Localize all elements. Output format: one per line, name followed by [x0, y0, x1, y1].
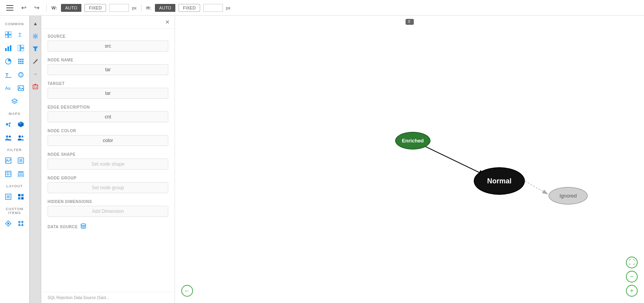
svg-rect-72	[33, 85, 38, 89]
svg-rect-3	[5, 31, 8, 34]
cube-icon[interactable]	[15, 119, 26, 130]
svg-rect-52	[18, 174, 24, 175]
grid-small-icon[interactable]	[15, 56, 26, 67]
people2-icon[interactable]	[15, 132, 26, 143]
sidebar-row: T	[0, 68, 29, 81]
canvas-handle[interactable]: ⠿	[405, 19, 414, 25]
svg-marker-30	[12, 99, 17, 102]
svg-rect-47	[6, 171, 11, 177]
undo-button[interactable]: ↩	[19, 2, 29, 13]
w-value-input[interactable]	[109, 4, 129, 12]
image-icon[interactable]	[15, 83, 26, 94]
canvas-area[interactable]: ⠿ Enriched Normal	[175, 16, 644, 303]
divider2	[141, 4, 142, 12]
node-enriched[interactable]: Enriched	[395, 132, 431, 150]
tool-arrow-btn[interactable]: →	[31, 69, 40, 79]
add-dimension-btn[interactable]: Add Dimension	[48, 206, 168, 217]
tool-wrench-btn[interactable]	[31, 57, 40, 66]
svg-rect-4	[9, 31, 11, 34]
layers-icon[interactable]	[9, 96, 20, 107]
filter-img-icon[interactable]	[3, 155, 14, 166]
font-icon[interactable]: Aa	[3, 83, 14, 94]
node-shape-label: NODE SHAPE	[48, 152, 168, 157]
svg-point-26	[18, 72, 23, 77]
h-px-label: px	[226, 6, 231, 10]
sigma-icon[interactable]: Σ	[15, 29, 26, 40]
h-value-input[interactable]	[203, 4, 223, 12]
section-common: COMMON	[0, 22, 29, 26]
canvas-back-btn[interactable]: ←	[181, 285, 193, 297]
svg-point-40	[9, 136, 11, 138]
w-fixed-btn[interactable]: FIXED	[85, 4, 106, 12]
tool-settings-btn[interactable]	[31, 31, 40, 41]
w-auto-btn[interactable]: AUTO	[61, 4, 81, 12]
edge-desc-label: EDGE DESCRIPTION	[48, 105, 168, 109]
people-icon[interactable]	[3, 132, 14, 143]
svg-point-41	[18, 135, 21, 138]
node-name-group: NODE NAME	[48, 58, 168, 75]
svg-rect-57	[21, 194, 24, 196]
svg-line-81	[525, 181, 548, 194]
node-ignored-label: Ignored	[559, 193, 577, 199]
panel-close-btn[interactable]: ✕	[165, 19, 170, 25]
custom1-icon[interactable]	[3, 218, 14, 229]
divider1	[46, 4, 47, 12]
svg-point-19	[20, 61, 22, 62]
edge-desc-input[interactable]	[48, 111, 168, 122]
zoom-out-btn[interactable]: −	[626, 271, 638, 283]
pie-chart-icon[interactable]	[3, 56, 14, 67]
filter-table2-icon[interactable]	[15, 168, 26, 179]
svg-rect-46	[19, 159, 22, 162]
panel: ✕ SOURCE NODE NAME TARGET	[41, 16, 175, 303]
svg-rect-11	[18, 45, 20, 51]
h-auto-btn[interactable]: AUTO	[155, 4, 175, 12]
bar-chart-icon[interactable]	[3, 42, 14, 54]
node-normal[interactable]: Normal	[474, 167, 525, 195]
filter-box-icon[interactable]	[15, 155, 26, 166]
filter-table-icon[interactable]	[3, 168, 14, 179]
left-sidebar: COMMON Σ T	[0, 16, 29, 303]
svg-rect-59	[21, 197, 24, 200]
svg-text:Σ: Σ	[18, 32, 22, 38]
w-px-label: px	[132, 6, 137, 10]
zoom-in-btn[interactable]: +	[626, 285, 638, 297]
node-name-input[interactable]	[48, 64, 168, 75]
tool-filter-btn[interactable]	[31, 44, 40, 54]
tool-trash-btn[interactable]	[31, 82, 40, 91]
h-fixed-btn[interactable]: FIXED	[178, 4, 200, 12]
target-input[interactable]	[48, 88, 168, 99]
hidden-dims-label: HIDDEN DIMENSIONS	[48, 200, 168, 204]
toolbar: ↩ ↪ W: AUTO FIXED px H: AUTO FIXED px	[0, 0, 644, 16]
svg-rect-5	[5, 35, 8, 38]
tool-collapse-btn[interactable]: ▲	[31, 19, 40, 28]
target-label: TARGET	[48, 81, 168, 86]
sidebar-row	[0, 154, 29, 167]
node-ignored[interactable]: Ignored	[548, 187, 588, 205]
node-color-input[interactable]	[48, 135, 168, 146]
source-group: SOURCE	[48, 34, 168, 52]
sidebar-row	[0, 217, 29, 230]
custom2-icon[interactable]	[15, 218, 26, 229]
svg-text:T: T	[6, 72, 9, 78]
node-shape-input[interactable]: Set node shape	[48, 159, 168, 170]
hamburger-btn[interactable]	[4, 4, 16, 12]
sidebar-row	[0, 42, 29, 54]
svg-rect-25	[5, 77, 11, 78]
redo-button[interactable]: ↪	[32, 2, 42, 13]
layout-icon[interactable]	[15, 42, 26, 54]
layout-grid-icon[interactable]	[15, 191, 26, 202]
layout-box-icon[interactable]	[3, 191, 14, 202]
loop-icon[interactable]	[15, 69, 26, 80]
grid-icon[interactable]	[3, 29, 14, 40]
svg-rect-12	[21, 45, 24, 48]
svg-rect-2	[6, 10, 13, 11]
edge-desc-group: EDGE DESCRIPTION	[48, 105, 168, 122]
node-group-input[interactable]: Set node group	[48, 182, 168, 193]
sidebar-row	[0, 131, 29, 144]
source-input[interactable]	[48, 41, 168, 52]
zoom-fit-btn[interactable]: ⛶	[626, 257, 638, 268]
text-icon[interactable]: T	[3, 69, 14, 80]
node-shape-group: NODE SHAPE Set node shape	[48, 152, 168, 170]
dot-icon[interactable]	[3, 119, 14, 130]
sidebar-row	[0, 55, 29, 68]
